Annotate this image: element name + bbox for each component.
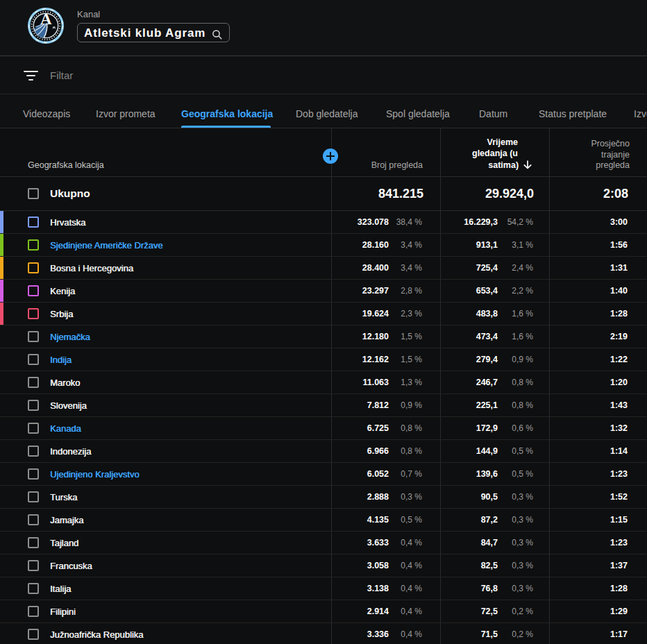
svg-text:A: A: [40, 10, 52, 28]
